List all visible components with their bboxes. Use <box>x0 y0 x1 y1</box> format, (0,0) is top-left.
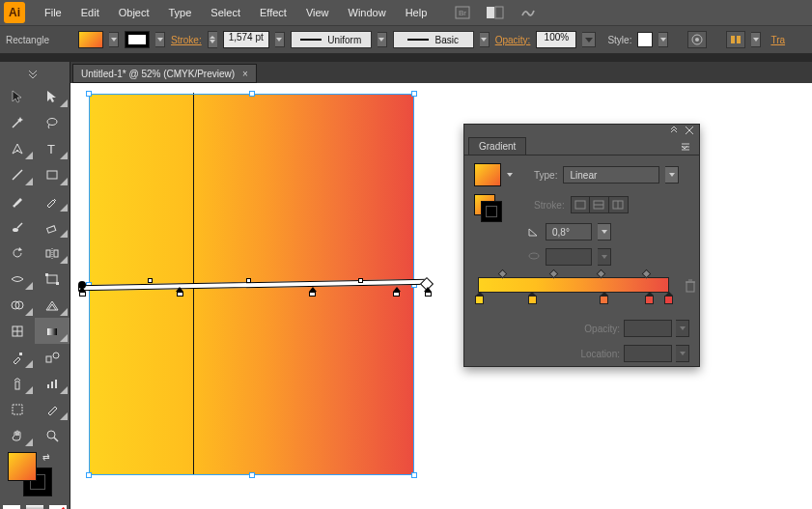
document-tab[interactable]: Untitled-1* @ 52% (CMYK/Preview) × <box>72 64 257 83</box>
panel-titlebar[interactable] <box>464 125 699 136</box>
swap-fill-stroke-icon[interactable]: ⇄ <box>42 452 50 462</box>
paintbrush-tool[interactable] <box>0 187 35 213</box>
bridge-icon[interactable]: Br <box>452 3 473 22</box>
stroke-weight-input[interactable]: 1,574 pt <box>223 31 269 48</box>
ramp-midpoint[interactable] <box>597 269 606 279</box>
gradient-annotator-stop[interactable] <box>78 287 86 297</box>
gradient-annotator-bar[interactable] <box>78 279 428 291</box>
color-mode-solid[interactable] <box>3 505 20 509</box>
stroke-grad-across[interactable] <box>609 196 629 213</box>
mesh-tool[interactable] <box>0 318 35 344</box>
menu-object[interactable]: Object <box>109 0 159 25</box>
ramp-color-stop[interactable] <box>600 292 608 304</box>
stroke-weight-menu[interactable] <box>275 32 285 47</box>
menu-window[interactable]: Window <box>339 0 396 25</box>
pen-tool[interactable] <box>0 135 35 161</box>
brush-definition-menu[interactable] <box>480 32 490 47</box>
reflect-tool[interactable] <box>35 240 70 266</box>
opacity-input[interactable]: 100% <box>536 31 576 48</box>
line-segment-tool[interactable] <box>0 161 35 187</box>
ramp-color-stop[interactable] <box>664 292 673 304</box>
gradient-type-menu[interactable] <box>665 166 679 184</box>
gradient-panel[interactable]: Gradient Type: Linear Stroke: 0,8° <box>463 124 700 367</box>
blob-brush-tool[interactable] <box>0 213 35 240</box>
fill-color-box[interactable] <box>8 452 37 481</box>
gradient-annotator-stop[interactable] <box>309 287 317 297</box>
ramp-color-stop[interactable] <box>528 292 537 304</box>
color-mode-gradient[interactable] <box>26 505 43 509</box>
gradient-angle-menu[interactable] <box>598 223 611 240</box>
stroke-profile-dropdown[interactable]: Uniform <box>291 31 372 48</box>
stroke-swatch[interactable] <box>125 31 150 48</box>
rectangle-tool[interactable] <box>35 161 70 187</box>
ramp-color-stop[interactable] <box>475 292 484 304</box>
direct-selection-tool[interactable] <box>35 83 70 109</box>
stroke-profile-menu[interactable] <box>378 32 387 47</box>
stroke-grad-within[interactable] <box>571 196 590 213</box>
eyedropper-tool[interactable] <box>0 344 35 370</box>
menu-help[interactable]: Help <box>396 0 437 25</box>
fill-stroke-indicator[interactable]: ⇄ <box>0 448 70 502</box>
ramp-midpoint[interactable] <box>498 269 508 279</box>
selection-tool[interactable] <box>0 83 35 109</box>
type-tool[interactable]: T <box>35 135 70 161</box>
hand-tool[interactable] <box>0 422 35 448</box>
gradient-stroke-swatch[interactable] <box>474 194 495 215</box>
selection-handle[interactable] <box>411 91 417 97</box>
gradient-annotator-midpoint[interactable] <box>148 278 153 283</box>
menu-view[interactable]: View <box>296 0 339 25</box>
rotate-tool[interactable] <box>0 240 35 266</box>
panel-flyout-menu-icon[interactable] <box>676 143 695 155</box>
ramp-midpoint[interactable] <box>549 269 559 279</box>
color-mode-none[interactable] <box>49 505 67 509</box>
menu-file[interactable]: File <box>35 0 71 25</box>
opacity-menu[interactable] <box>582 32 596 47</box>
gradient-annotator-stop[interactable] <box>393 287 401 297</box>
close-panel-icon[interactable] <box>684 126 695 135</box>
eraser-tool[interactable] <box>35 213 70 240</box>
magic-wand-tool[interactable] <box>0 109 35 135</box>
gradient-fill-swatch[interactable] <box>474 163 501 186</box>
selection-handle[interactable] <box>86 91 92 97</box>
collapse-panel-icon[interactable] <box>668 126 680 135</box>
stroke-grad-along[interactable] <box>590 196 609 213</box>
gradient-tool[interactable] <box>35 318 70 344</box>
graphic-style-menu[interactable] <box>658 32 668 47</box>
free-transform-tool[interactable] <box>35 266 70 292</box>
width-tool[interactable] <box>0 266 35 292</box>
shape-builder-tool[interactable] <box>0 292 35 318</box>
lasso-tool[interactable] <box>35 109 70 135</box>
align-panel-menu[interactable] <box>751 32 761 47</box>
gradient-annotator-midpoint[interactable] <box>246 278 251 283</box>
blend-tool[interactable] <box>35 344 70 370</box>
stroke-swatch-menu[interactable] <box>155 32 165 47</box>
align-panel-icon[interactable] <box>726 31 745 48</box>
transform-label[interactable]: Tra <box>770 35 785 45</box>
close-tab-icon[interactable]: × <box>242 69 248 79</box>
column-graph-tool[interactable] <box>35 370 70 396</box>
pencil-tool[interactable] <box>35 187 70 213</box>
arrange-documents-icon[interactable] <box>485 3 506 22</box>
graphic-style-swatch[interactable] <box>637 32 653 47</box>
brush-definition-dropdown[interactable]: Basic <box>393 31 474 48</box>
stroke-weight-label[interactable]: Stroke: <box>171 35 202 45</box>
fill-swatch[interactable] <box>78 31 103 48</box>
gradient-annotator-stop[interactable] <box>176 287 183 297</box>
delete-stop-icon[interactable] <box>685 279 696 295</box>
perspective-grid-tool[interactable] <box>35 292 70 318</box>
canvas[interactable] <box>70 83 812 509</box>
menu-type[interactable]: Type <box>159 0 202 25</box>
selection-handle[interactable] <box>249 91 255 97</box>
zoom-tool[interactable] <box>35 422 70 448</box>
fill-swatch-menu[interactable] <box>109 32 119 47</box>
slice-tool[interactable] <box>35 396 70 422</box>
panel-tab-gradient[interactable]: Gradient <box>468 137 526 155</box>
menu-effect[interactable]: Effect <box>250 0 296 25</box>
gradient-annotator-midpoint[interactable] <box>358 278 363 283</box>
gradient-angle-input[interactable]: 0,8° <box>546 223 592 240</box>
menu-select[interactable]: Select <box>201 0 250 25</box>
gpu-preview-icon[interactable] <box>518 3 539 22</box>
gradient-annotator[interactable] <box>78 276 428 297</box>
gradient-annotator-stop[interactable] <box>424 287 432 297</box>
opacity-label[interactable]: Opacity: <box>495 35 531 45</box>
